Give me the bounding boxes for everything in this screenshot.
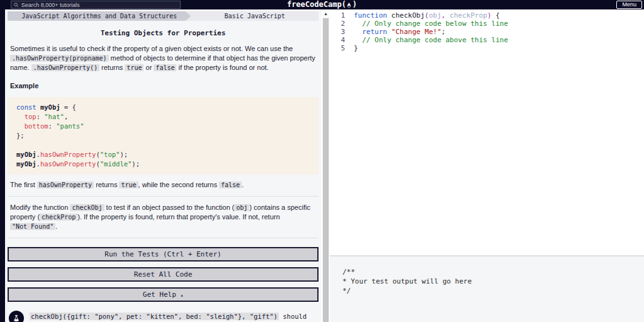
- breadcrumb: JavaScript Algorithms and Data Structure…: [8, 11, 319, 21]
- line-code: }: [354, 44, 358, 52]
- inline-code: hasOwnProperty: [37, 181, 94, 188]
- scrollbar-thumb[interactable]: [323, 18, 329, 322]
- code-line: myObj.hasOwnProperty("top");: [16, 150, 319, 159]
- run-tests-button[interactable]: Run the Tests (Ctrl + Enter): [8, 247, 319, 262]
- action-buttons: Run the Tests (Ctrl + Enter) Reset All C…: [8, 247, 319, 302]
- example-heading: Example: [10, 82, 316, 89]
- inline-code: true: [125, 64, 144, 71]
- scrollbar-up-arrow-icon[interactable]: ▲: [322, 9, 329, 18]
- breadcrumb-superblock[interactable]: JavaScript Algorithms and Data Structure…: [8, 11, 191, 21]
- editor-line[interactable]: 4 // Only change code above this line: [330, 36, 644, 44]
- inline-code: false: [154, 64, 176, 71]
- freecodecamp-challenge-page: freeCodeCamp() Menu JavaScript Algorithm…: [0, 0, 644, 322]
- test-description: checkObj({gift: "pony", pet: "kitten", b…: [30, 311, 317, 322]
- line-code: // Only change code below this line: [354, 20, 508, 28]
- logo-text: freeCodeCamp: [287, 0, 342, 9]
- left-rail: [0, 0, 5, 322]
- test-flask-icon: [9, 311, 24, 322]
- main-split: JavaScript Algorithms and Data Structure…: [5, 9, 644, 322]
- line-number: 3: [330, 28, 354, 36]
- breadcrumb-block[interactable]: Basic JavaScript: [191, 11, 319, 21]
- freecodecamp-logo[interactable]: freeCodeCamp(): [287, 0, 357, 9]
- example-note-paragraph: The first hasOwnProperty returns true, w…: [10, 180, 316, 190]
- line-number: 5: [330, 44, 354, 52]
- instructions-panel: JavaScript Algorithms and Data Structure…: [5, 9, 321, 322]
- inline-code: checkObj: [70, 204, 104, 211]
- example-code-block: const myObj = { top: "hat", bottom: "pan…: [8, 97, 319, 175]
- test-result-row: checkObj({gift: "pony", pet: "kitten", b…: [9, 311, 317, 322]
- console-line: /**: [342, 267, 644, 277]
- task-paragraph: Modify the function checkObj to test if …: [10, 203, 316, 231]
- intro-paragraph: Sometimes it is useful to check if the p…: [10, 44, 316, 72]
- editor-pane: 1function checkObj(obj, checkProp) {2 //…: [330, 9, 644, 322]
- code-editor[interactable]: 1function checkObj(obj, checkProp) {2 //…: [330, 9, 644, 255]
- inline-code: .hasOwnProperty(): [31, 64, 99, 71]
- code-line: [16, 141, 319, 150]
- line-number: 2: [330, 20, 354, 28]
- inline-code: .hasOwnProperty(propname): [10, 55, 109, 62]
- inline-code: true: [119, 181, 138, 188]
- example-code-lines: const myObj = { top: "hat", bottom: "pan…: [16, 103, 319, 169]
- search-input[interactable]: [21, 2, 178, 8]
- code-line: };: [16, 131, 319, 141]
- challenge-title: Testing Objects for Properties: [8, 29, 319, 37]
- code-line: myObj.hasOwnProperty("middle");: [16, 159, 319, 169]
- line-code: return "Change Me!";: [354, 28, 446, 36]
- code-line: const myObj = {: [16, 103, 319, 112]
- editor-line[interactable]: 3 return "Change Me!";: [330, 28, 644, 36]
- console-line: * Your test output will go here: [342, 277, 644, 286]
- line-number: 4: [330, 36, 354, 44]
- line-code: function checkObj(obj, checkProp) {: [354, 11, 500, 20]
- search-icon: [14, 3, 19, 8]
- caret-up-icon: ▴: [180, 292, 183, 298]
- code-line: bottom: "pants": [16, 122, 319, 131]
- inline-code: false: [219, 181, 242, 188]
- line-number: 1: [330, 11, 354, 20]
- console-lines: /*** Your test output will go here*/: [342, 267, 644, 296]
- code-line: top: "hat",: [16, 112, 319, 122]
- inline-code: checkObj({gift: "pony", pet: "kitten", b…: [30, 313, 279, 320]
- reset-code-button[interactable]: Reset All Code: [8, 267, 319, 282]
- flame-icon: [347, 2, 352, 8]
- editor-line[interactable]: 1function checkObj(obj, checkProp) {: [330, 11, 644, 20]
- editor-line[interactable]: 5}: [330, 44, 644, 52]
- get-help-button[interactable]: Get Help ▴: [8, 287, 319, 302]
- inline-code: "Not Found": [10, 223, 55, 230]
- inline-code: checkProp: [40, 214, 77, 221]
- top-navbar: freeCodeCamp() Menu: [0, 0, 644, 9]
- inline-code: obj: [234, 204, 249, 211]
- line-code: // Only change code above this line: [354, 36, 508, 44]
- search-box[interactable]: [11, 1, 181, 9]
- menu-button[interactable]: Menu: [616, 1, 642, 9]
- editor-line[interactable]: 2 // Only change code below this line: [330, 20, 644, 28]
- divider: [8, 238, 319, 238]
- editor-lines: 1function checkObj(obj, checkProp) {2 //…: [330, 11, 644, 52]
- console-line: */: [342, 286, 644, 296]
- test-output-console: /*** Your test output will go here*/: [330, 255, 644, 322]
- instructions-scrollbar[interactable]: ▲: [321, 9, 330, 322]
- divider: [8, 196, 319, 197]
